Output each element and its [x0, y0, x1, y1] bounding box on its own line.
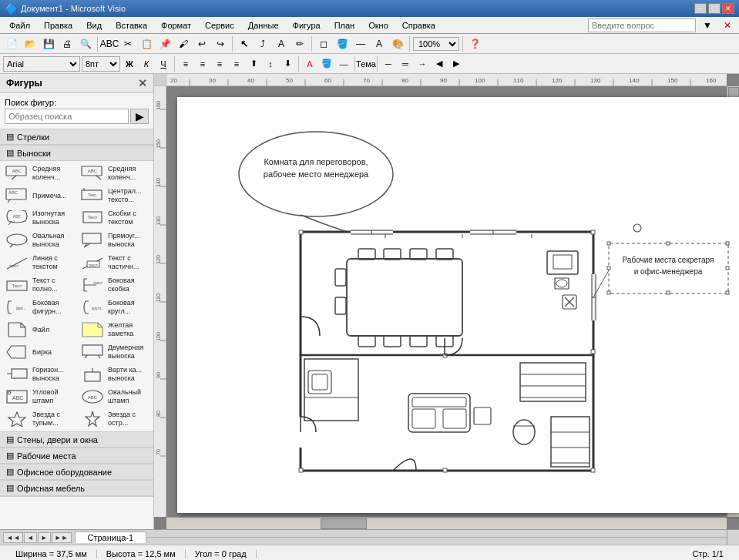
theme-button[interactable]: Тема — [358, 56, 374, 72]
font-size-select[interactable]: 8пт 10пт 12пт — [82, 56, 120, 72]
menu-service[interactable]: Сервис — [199, 19, 240, 32]
print-preview-button[interactable]: 🔍 — [77, 35, 94, 52]
pencil-button[interactable]: ✏ — [291, 35, 308, 52]
help-search-input[interactable] — [588, 18, 696, 32]
page-tabs-scroll-right[interactable] — [727, 530, 739, 545]
text-button[interactable]: A — [273, 35, 290, 52]
spell-check-button[interactable]: ABC — [101, 35, 118, 52]
canvas-area[interactable]: 20 30 40 50 60 70 80 90 100 110 120 130 … — [154, 74, 739, 529]
shape-horiz-callout[interactable]: Горизон... выноска — [2, 364, 76, 385]
close-button[interactable]: ✕ — [722, 3, 734, 14]
zoom-select[interactable]: 100% 75% 50% 150% — [413, 37, 459, 51]
shape-search-input[interactable] — [5, 109, 129, 124]
menu-shape[interactable]: Фигура — [287, 19, 327, 32]
shape-medium-knee-1[interactable]: ABC Средняя коленч... — [2, 163, 76, 184]
page-last-button[interactable]: ►► — [52, 532, 72, 543]
shape-file[interactable]: Файл — [2, 319, 76, 340]
shapes-panel-close[interactable]: ✕ — [138, 77, 147, 89]
align-right-button[interactable]: ≡ — [212, 56, 227, 72]
shape-search-submit[interactable]: ▶ — [130, 109, 149, 124]
shape-line-text[interactable]: текст Линия с текстом — [2, 252, 76, 273]
new-button[interactable]: 📄 — [3, 35, 20, 52]
indent-more-button[interactable]: ▶ — [448, 56, 464, 72]
line-color-button[interactable]: — — [352, 35, 369, 52]
shape-oval-callout[interactable]: Овальная выноска — [2, 230, 76, 251]
line-weight-button[interactable]: ═ — [398, 56, 413, 72]
section-equipment-header[interactable]: ▤ Офисное оборудование — [0, 464, 153, 480]
shape-central-text[interactable]: Текс. Централ... тексто... — [77, 185, 152, 206]
open-button[interactable]: 📂 — [22, 35, 39, 52]
shape-oval-stamp[interactable]: ABC Овальный штамп — [77, 386, 152, 407]
page-prev-button[interactable]: ◄ — [24, 532, 37, 543]
align-top-button[interactable]: ⬆ — [246, 56, 261, 72]
fill-button[interactable]: 🪣 — [334, 35, 351, 52]
save-button[interactable]: 💾 — [40, 35, 57, 52]
page-first-button[interactable]: ◄◄ — [3, 532, 23, 543]
shape-partial-text[interactable]: текст Текст с частичн... — [77, 252, 152, 273]
fill-color-fmt-button[interactable]: 🪣 — [319, 56, 334, 72]
menu-plan[interactable]: План — [328, 19, 361, 32]
align-center-button[interactable]: ≡ — [195, 56, 210, 72]
horizontal-scrollbar[interactable] — [166, 517, 727, 529]
underline-button[interactable]: Ч — [156, 56, 171, 72]
line-color-fmt-button[interactable]: — — [336, 56, 351, 72]
page-tab-active[interactable]: Страница-1 — [75, 531, 147, 543]
align-middle-button[interactable]: ↕ — [263, 56, 278, 72]
menu-view[interactable]: Вид — [80, 19, 108, 32]
print-button[interactable]: 🖨 — [59, 35, 76, 52]
shape-corner-stamp[interactable]: ABC Угловой штамп — [2, 386, 76, 407]
shape-side-figure[interactable]: фиг... Боковая фигурн... — [2, 297, 76, 318]
section-arrows-header[interactable]: ▤ Стрелки — [0, 129, 153, 145]
help-button[interactable]: ❓ — [466, 35, 483, 52]
bold-button[interactable]: Ж — [122, 56, 137, 72]
color-picker-button[interactable]: 🎨 — [389, 35, 406, 52]
shape-full-text[interactable]: Текст Текст с полно... — [2, 274, 76, 296]
shape-double-callout[interactable]: Двумерная выноска — [77, 341, 152, 363]
redo-button[interactable]: ↪ — [212, 35, 229, 52]
line-style-button[interactable]: ─ — [381, 56, 396, 72]
search-button[interactable]: ▼ — [699, 17, 716, 34]
section-furniture-header[interactable]: ▤ Офисная мебель — [0, 481, 153, 496]
shape-side-round[interactable]: кругл. Боковая кругл... — [77, 297, 152, 318]
connector-button[interactable]: ⤴ — [254, 35, 271, 52]
shape-note[interactable]: ABC Примеча... — [2, 185, 76, 206]
menu-insert[interactable]: Вставка — [109, 19, 153, 32]
shape-star-sharp[interactable]: Звезда с остр... — [77, 408, 152, 430]
align-bottom-button[interactable]: ⬇ — [280, 56, 295, 72]
menu-data[interactable]: Данные — [242, 19, 285, 32]
shape-tag[interactable]: Бирка — [2, 341, 76, 363]
line-ends-button[interactable]: → — [415, 56, 430, 72]
italic-button[interactable]: К — [139, 56, 154, 72]
shape-bracket-text[interactable]: Текст Скобки с текстом — [77, 207, 152, 229]
menu-help[interactable]: Справка — [396, 19, 442, 32]
shadow-button[interactable]: ◻ — [315, 35, 332, 52]
pointer-button[interactable]: ↖ — [236, 35, 253, 52]
format-painter-button[interactable]: 🖌 — [175, 35, 192, 52]
menu-edit[interactable]: Правка — [38, 19, 79, 32]
indent-less-button[interactable]: ◀ — [432, 56, 447, 72]
menu-format[interactable]: Формат — [155, 19, 197, 32]
page-next-button[interactable]: ► — [38, 532, 51, 543]
copy-button[interactable]: 📋 — [138, 35, 155, 52]
undo-button[interactable]: ↩ — [193, 35, 210, 52]
align-left-button[interactable]: ≡ — [178, 56, 193, 72]
section-callouts-header[interactable]: ▤ Выноски — [0, 146, 153, 161]
drawing-canvas[interactable]: Комната для переговоров, рабочее место м… — [177, 97, 739, 513]
help-close-button[interactable]: ✕ — [719, 17, 736, 34]
maximize-button[interactable]: □ — [708, 3, 721, 14]
align-justify-button[interactable]: ≡ — [229, 56, 244, 72]
shape-star-blunt[interactable]: Звезда с тупым... — [2, 408, 76, 430]
font-name-select[interactable]: Arial — [3, 56, 80, 72]
cut-button[interactable]: ✂ — [119, 35, 136, 52]
menu-window[interactable]: Окно — [362, 19, 395, 32]
section-workplaces-header[interactable]: ▤ Рабочие места — [0, 448, 153, 464]
shape-vert-callout[interactable]: Верти ка... выноска — [77, 364, 152, 385]
paste-button[interactable]: 📌 — [156, 35, 173, 52]
menu-file[interactable]: Файл — [3, 19, 36, 32]
section-walls-header[interactable]: ▤ Стены, двери и окна — [0, 432, 153, 448]
font-color-button[interactable]: A — [371, 35, 388, 52]
shape-rect-callout[interactable]: Прямоуг... выноска — [77, 230, 152, 251]
minimize-button[interactable]: ─ — [694, 3, 707, 14]
shape-medium-knee-2[interactable]: ABC Средняя коленч... — [77, 163, 152, 184]
shape-side-bracket[interactable]: текст Боковая скобка — [77, 274, 152, 296]
